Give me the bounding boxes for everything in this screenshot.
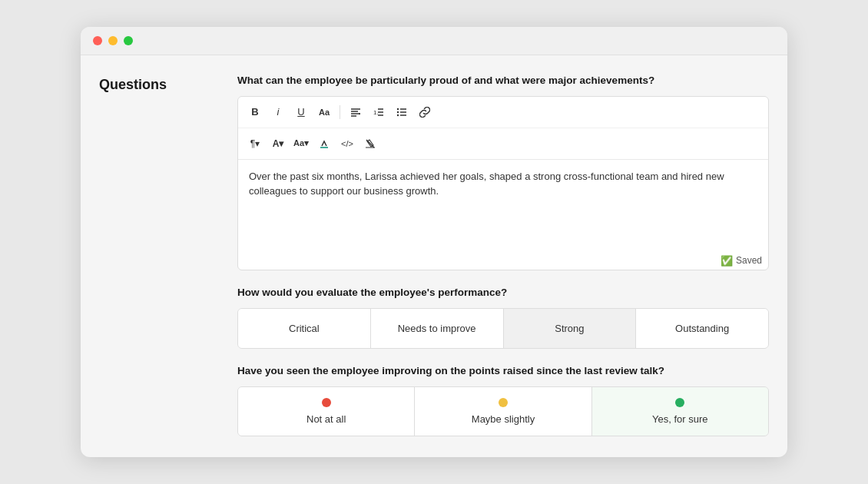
clear-format-button[interactable]	[359, 133, 381, 154]
window-content: Questions What can the employee be parti…	[81, 55, 787, 455]
code-button[interactable]: </>	[336, 133, 358, 154]
underline-button[interactable]: U	[290, 101, 312, 123]
toolbar-row-2: ¶▾ A▾ Aa▾ </>	[238, 128, 768, 159]
question-achievements: What can the employee be particularly pr…	[237, 74, 769, 270]
question-performance-label: How would you evaluate the employee's pe…	[237, 286, 769, 300]
editor-toolbar: B i U Aa 1.	[238, 97, 768, 160]
rating-outstanding-label: Outstanding	[675, 323, 729, 334]
close-button[interactable]	[93, 36, 102, 45]
saved-icon: ✅	[721, 255, 733, 267]
rating-strong-label: Strong	[555, 323, 584, 334]
svg-point-9	[397, 108, 399, 110]
svg-text:1.: 1.	[373, 109, 379, 116]
rating-critical[interactable]: Critical	[238, 309, 371, 348]
yes-for-sure-label: Yes, for sure	[652, 413, 708, 425]
improvement-yes-for-sure[interactable]: Yes, for sure	[592, 387, 768, 436]
main-window: Questions What can the employee be parti…	[81, 27, 787, 457]
link-button[interactable]	[414, 101, 436, 123]
font-size2-button[interactable]: Aa▾	[290, 133, 312, 154]
font-size-button[interactable]: Aa	[313, 101, 335, 123]
dot-yellow-icon	[499, 398, 508, 407]
maybe-slightly-label: Maybe slightly	[472, 413, 535, 425]
svg-point-11	[397, 114, 399, 116]
rating-needs-improve[interactable]: Needs to improve	[371, 309, 504, 348]
question-achievements-label: What can the employee be particularly pr…	[237, 74, 769, 88]
saved-label: Saved	[736, 255, 762, 266]
maximize-button[interactable]	[124, 36, 133, 45]
improvement-maybe-slightly[interactable]: Maybe slightly	[415, 387, 591, 436]
question-performance: How would you evaluate the employee's pe…	[237, 286, 769, 349]
titlebar	[81, 27, 787, 55]
bold-button[interactable]: B	[244, 101, 266, 123]
editor-container: B i U Aa 1.	[237, 96, 769, 270]
improvement-not-at-all[interactable]: Not at all	[238, 387, 415, 436]
editor-text: Over the past six months, Larissa achiev…	[249, 171, 724, 197]
save-indicator: ✅ Saved	[238, 252, 768, 270]
toolbar-row-1: B i U Aa 1.	[238, 97, 768, 128]
sidebar-title: Questions	[99, 77, 167, 92]
svg-point-10	[397, 111, 399, 113]
dot-green-icon	[675, 398, 684, 407]
font-color-button[interactable]: A▾	[267, 133, 289, 154]
rating-needs-label: Needs to improve	[398, 323, 476, 334]
align-button[interactable]	[345, 101, 366, 123]
dot-red-icon	[322, 398, 331, 407]
toolbar-divider-1	[340, 105, 340, 119]
rating-critical-label: Critical	[289, 323, 320, 334]
italic-button[interactable]: i	[267, 101, 289, 123]
question-improvement-label: Have you seen the employee improving on …	[237, 364, 769, 379]
rating-strong[interactable]: Strong	[504, 309, 637, 348]
paragraph-button[interactable]: ¶▾	[244, 133, 266, 154]
minimize-button[interactable]	[108, 36, 118, 45]
highlight-button[interactable]	[313, 133, 335, 154]
editor-body[interactable]: Over the past six months, Larissa achiev…	[238, 160, 768, 252]
main-content: What can the employee be particularly pr…	[237, 74, 769, 436]
improvement-options: Not at all Maybe slightly Yes, for sure	[237, 386, 769, 436]
unordered-list-button[interactable]	[391, 101, 412, 123]
ordered-list-button[interactable]: 1.	[368, 101, 389, 123]
sidebar: Questions	[99, 74, 237, 436]
rating-outstanding[interactable]: Outstanding	[636, 309, 768, 348]
not-at-all-label: Not at all	[306, 413, 346, 425]
rating-options: Critical Needs to improve Strong Outstan…	[237, 308, 769, 349]
question-improvement: Have you seen the employee improving on …	[237, 364, 769, 436]
